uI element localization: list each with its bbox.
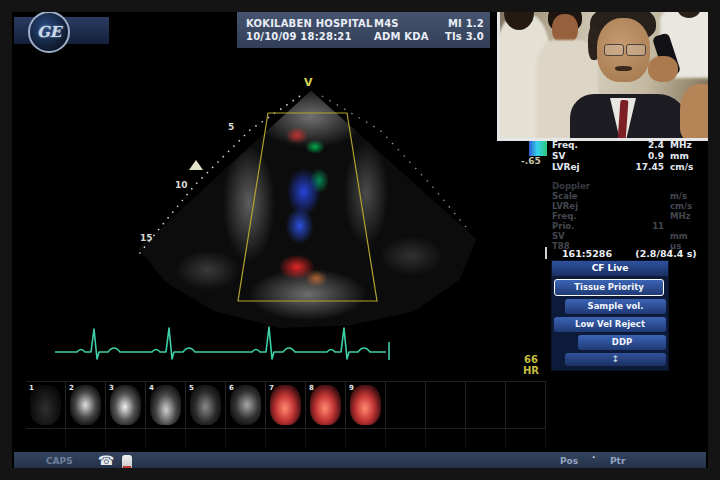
thumbnail-number: 9 — [349, 384, 354, 392]
param-label: SV — [552, 151, 604, 162]
thumbnail-image — [230, 385, 261, 425]
datetime: 10/10/09 18:28:21 — [246, 30, 374, 43]
probe-orientation-marker: V — [304, 76, 313, 89]
glasses-right-lens — [626, 44, 646, 56]
velocity-scale-value: -.65 — [521, 156, 541, 166]
param-label: Freq. — [552, 211, 604, 221]
cine-progress-tick — [545, 247, 547, 259]
param-row: Freq. 2.4 MHz — [552, 140, 710, 151]
param-unit: MHz — [664, 211, 710, 221]
patient-icon[interactable] — [122, 455, 132, 468]
thumbnail-image — [310, 385, 341, 425]
param-unit: MHz — [664, 140, 710, 151]
param-value — [604, 231, 664, 241]
frame-counter: 161:5286 — [552, 248, 622, 259]
video-inset — [497, 0, 712, 141]
ge-logo-icon: GE — [28, 11, 70, 53]
thumbnail-3[interactable]: 3 — [106, 382, 146, 428]
hr-value: 66 — [514, 354, 548, 365]
thumbnail-4[interactable]: 4 — [146, 382, 186, 428]
pos-indicator[interactable]: Pos — [560, 456, 578, 466]
thumbnail-number: 8 — [309, 384, 314, 392]
param-label: SV — [552, 231, 604, 241]
thumbnail-number: 7 — [269, 384, 274, 392]
probe-label: M4S — [374, 17, 436, 30]
thumbnail-7[interactable]: 7 — [266, 382, 306, 428]
thumbnail-image — [350, 385, 381, 425]
thumbnail-6[interactable]: 6 — [226, 382, 266, 428]
hospital-name: KOKILABEN HOSPITAL — [246, 17, 374, 30]
thumbnail-number: 4 — [149, 384, 154, 392]
thumbnail-empty — [426, 382, 466, 428]
param-unit: cm/s — [664, 162, 710, 173]
doppler-section-title: Doppler — [552, 181, 710, 191]
tissue-priority-button[interactable]: Tissue Priority — [554, 279, 664, 296]
phone-icon[interactable]: ☎ — [98, 453, 114, 468]
thumbnail-image — [70, 385, 101, 425]
depth-marker-5: 5 — [228, 122, 234, 132]
thumbnail-image — [270, 385, 301, 425]
param-unit — [664, 221, 710, 231]
thumbnail-empty — [386, 382, 426, 428]
status-bar: CAPS ☎ Pos · Ptr — [14, 452, 706, 471]
soft-menu-pager-arrow-icon[interactable]: ↕ — [565, 353, 666, 366]
param-unit: m/s — [664, 191, 710, 201]
param-row: SV 0.9 mm — [552, 151, 710, 162]
thumbnail-8[interactable]: 8 — [306, 382, 346, 428]
doctor-mustache — [615, 66, 632, 71]
thumbnail-empty — [466, 382, 506, 428]
param-label: LVRej — [552, 201, 604, 211]
low-vel-reject-button[interactable]: Low Vel Reject — [554, 317, 666, 332]
ddp-button[interactable]: DDP — [578, 335, 666, 350]
hr-label: HR — [514, 365, 548, 376]
thumbnail-2[interactable]: 2 — [66, 382, 106, 428]
thumbnail-image — [110, 385, 141, 425]
param-value: 0.9 — [604, 151, 664, 162]
thumbnail-number: 1 — [29, 384, 34, 392]
status-dot-icon: · — [592, 452, 595, 462]
loop-time: (2.8/84.4 s) — [622, 248, 710, 259]
patient-banner: KOKILABEN HOSPITAL 10/10/09 18:28:21 M4S… — [237, 12, 490, 48]
clipboard-thumbnails: 1 2 3 4 5 6 7 8 9 — [26, 381, 546, 429]
thumbnail-number: 2 — [69, 384, 74, 392]
param-label: Prio. — [552, 221, 604, 231]
doppler-colorbar — [529, 140, 547, 156]
param-label: LVRej — [552, 162, 604, 173]
param-value: 17.45 — [604, 162, 664, 173]
param-value: 2.4 — [604, 140, 664, 151]
param-value — [604, 211, 664, 221]
focus-marker-icon — [189, 160, 203, 170]
depth-marker-15: 15 — [140, 233, 153, 243]
param-unit: cm/s — [664, 201, 710, 211]
thumbnail-empty — [506, 382, 546, 428]
cf-live-panel: CF Live Tissue Priority Sample vol. Low … — [552, 261, 668, 370]
heart-rate-readout: 66 HR — [514, 354, 548, 376]
doctor-hand — [648, 56, 678, 82]
param-label: Scale — [552, 191, 604, 201]
thumbnail-1[interactable]: 1 — [26, 382, 66, 428]
thumbnail-9[interactable]: 9 — [346, 382, 386, 428]
cine-counter: 161:5286 (2.8/84.4 s) — [552, 248, 710, 259]
foreground-hand — [680, 84, 712, 140]
glasses-left-lens — [604, 44, 624, 56]
param-value — [604, 191, 664, 201]
active-parameters: Freq. 2.4 MHz SV 0.9 mm LVRej 17.45 cm/s — [552, 140, 710, 173]
sample-vol-button[interactable]: Sample vol. — [565, 299, 666, 314]
thumbnail-number: 3 — [109, 384, 114, 392]
inactive-parameters: Doppler Scalem/s LVRejcm/s Freq.MHz Prio… — [552, 181, 710, 251]
mi-index: MI 1.2 — [436, 17, 484, 30]
param-value — [604, 201, 664, 211]
thumbnail-image — [150, 385, 181, 425]
soft-menu-title: CF Live — [552, 261, 668, 276]
operator-label: ADM KDA — [374, 30, 436, 43]
caps-indicator: CAPS — [46, 456, 73, 466]
thumbnail-image — [190, 385, 221, 425]
ptr-indicator[interactable]: Ptr — [610, 456, 625, 466]
thumbnail-number: 6 — [229, 384, 234, 392]
param-label: Freq. — [552, 140, 604, 151]
ge-monogram: GE — [37, 23, 61, 41]
clipboard-row-2 — [26, 428, 546, 448]
thumbnail-5[interactable]: 5 — [186, 382, 226, 428]
param-unit: mm — [664, 151, 710, 162]
ecg-trace — [55, 327, 386, 359]
